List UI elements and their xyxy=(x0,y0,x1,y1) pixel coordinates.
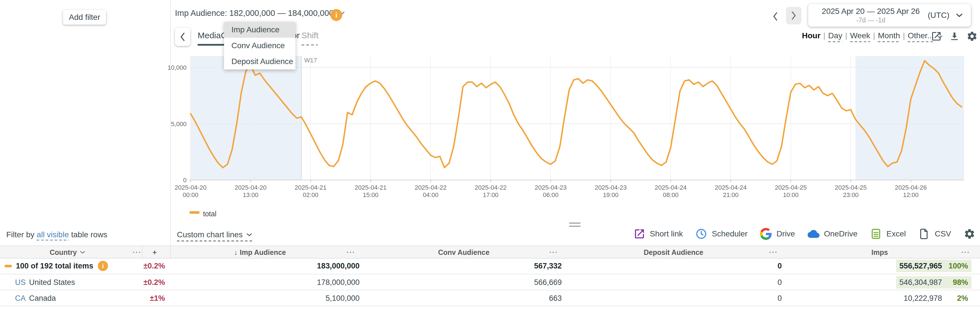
svg-text:2025-04-2306:00: 2025-04-2306:00 xyxy=(535,184,567,198)
all-visible-link[interactable]: all visible xyxy=(37,230,69,241)
imp-audience-header-label: Imp Audience xyxy=(240,248,286,256)
scheduler-label: Scheduler xyxy=(712,229,748,239)
export-toolbar: Short link Scheduler Drive OneDrive Exce… xyxy=(633,228,975,240)
table-row-ca[interactable]: CA Canada ±1% 5,100,000 663 0 10,222,978… xyxy=(0,290,980,306)
imps-value: 10,222,978 xyxy=(904,294,942,303)
imps-column-menu-icon[interactable]: ··· xyxy=(961,246,970,258)
filter-by-rows: Filter by all visible table rows xyxy=(6,230,107,239)
imps-percent: 98% xyxy=(942,278,968,287)
total-line-swatch xyxy=(5,265,12,267)
legend-total-swatch xyxy=(189,211,200,214)
excel-export-button[interactable]: Excel xyxy=(870,228,906,240)
svg-text:2025-04-2102:00: 2025-04-2102:00 xyxy=(294,184,327,198)
metric-dropdown-menu: Imp Audience Conv Audience Deposit Audie… xyxy=(224,22,296,70)
excel-label: Excel xyxy=(886,229,906,239)
imps-cell: 10,222,978 2% xyxy=(900,290,972,306)
imps-percent: 100% xyxy=(942,262,968,271)
svg-text:2025-04-2408:00: 2025-04-2408:00 xyxy=(655,184,687,198)
google-drive-icon xyxy=(760,228,772,240)
column-header-imps[interactable]: Imps xyxy=(872,246,888,258)
svg-text:2025-04-2510:00: 2025-04-2510:00 xyxy=(775,184,807,198)
clock-icon xyxy=(695,228,707,240)
country-cell: CA Canada xyxy=(15,290,56,306)
country-header-label: Country xyxy=(49,248,77,256)
imps-value: 556,527,965 xyxy=(899,262,942,271)
imp-audience-value: 183,000,000 xyxy=(255,258,360,274)
google-drive-button[interactable]: Drive xyxy=(760,228,795,240)
custom-chart-lines-label: Custom chart lines xyxy=(177,230,243,239)
chevron-down-icon xyxy=(246,233,252,237)
csv-export-button[interactable]: CSV xyxy=(918,228,951,240)
onedrive-cloud-icon xyxy=(808,228,819,240)
short-link-label: Short link xyxy=(650,229,683,239)
deposit-column-menu-icon[interactable]: ··· xyxy=(769,246,778,258)
conv-audience-value: 567,332 xyxy=(454,258,562,274)
table-settings-button[interactable] xyxy=(964,228,975,240)
drive-label: Drive xyxy=(776,229,795,239)
column-header-country[interactable]: Country xyxy=(49,246,85,258)
sort-desc-icon: ↓ xyxy=(234,248,238,256)
imps-percent: 2% xyxy=(942,294,968,303)
deposit-audience-value: 0 xyxy=(681,258,782,274)
imp-audience-value: 5,100,000 xyxy=(255,290,360,306)
deposit-audience-value: 0 xyxy=(681,274,782,290)
legend-total-label: total xyxy=(203,210,216,218)
external-link-icon xyxy=(633,228,645,240)
svg-text:2025-04-2013:00: 2025-04-2013:00 xyxy=(234,184,267,198)
svg-text:2025-04-2204:00: 2025-04-2204:00 xyxy=(415,184,447,198)
menu-item-conv-audience[interactable]: Conv Audience xyxy=(224,38,296,54)
filter-by-suffix: table rows xyxy=(71,230,107,239)
imp-audience-value: 178,000,000 xyxy=(255,274,360,290)
svg-text:0: 0 xyxy=(183,177,186,184)
excel-sheet-icon xyxy=(870,228,882,240)
row-divider xyxy=(0,306,980,306)
column-header-deposit-audience[interactable]: Deposit Audience xyxy=(644,246,703,258)
svg-text:2025-04-2319:00: 2025-04-2319:00 xyxy=(595,184,627,198)
table-row-us[interactable]: US United States ±0.2% 178,000,000 566,6… xyxy=(0,274,980,290)
table-row-totals[interactable]: 100 of 192 total items i ±0.2% 183,000,0… xyxy=(0,258,980,274)
onedrive-label: OneDrive xyxy=(824,229,858,239)
column-divider xyxy=(142,246,142,258)
country-code-link[interactable]: CA xyxy=(15,294,26,303)
custom-chart-lines-dropdown[interactable]: Custom chart lines xyxy=(177,230,252,242)
gear-icon xyxy=(964,228,975,240)
column-header-conv-audience[interactable]: Conv Audience xyxy=(438,246,490,258)
conv-column-menu-icon[interactable]: ··· xyxy=(549,246,558,258)
column-divider xyxy=(170,246,171,258)
table-header: Country ··· + ↓ Imp Audience ··· Conv Au… xyxy=(0,245,980,258)
svg-text:2025-04-2115:00: 2025-04-2115:00 xyxy=(355,184,387,198)
onedrive-button[interactable]: OneDrive xyxy=(808,228,858,240)
country-code-link[interactable]: US xyxy=(15,278,26,287)
imps-cell: 546,304,987 98% xyxy=(896,274,972,290)
column-header-imp-audience[interactable]: ↓ Imp Audience xyxy=(234,246,286,258)
imp-column-menu-icon[interactable]: ··· xyxy=(347,246,355,258)
deposit-audience-value: 0 xyxy=(681,290,782,306)
short-link-button[interactable]: Short link xyxy=(633,228,683,240)
chevron-down-icon xyxy=(80,250,85,254)
totals-label: 100 of 192 total items xyxy=(16,262,93,271)
imps-cell: 556,527,965 100% xyxy=(896,258,972,274)
csv-file-icon xyxy=(918,228,930,240)
error-margin: ±0.2% xyxy=(119,258,165,274)
svg-text:2025-04-2523:00: 2025-04-2523:00 xyxy=(835,184,867,198)
totals-cell: 100 of 192 total items i xyxy=(5,258,108,274)
menu-item-deposit-audience[interactable]: Deposit Audience xyxy=(224,54,296,70)
filter-by-prefix: Filter by xyxy=(6,230,35,239)
scheduler-button[interactable]: Scheduler xyxy=(695,228,748,240)
svg-text:2025-04-2421:00: 2025-04-2421:00 xyxy=(715,184,747,198)
totals-info-icon[interactable]: i xyxy=(98,261,108,271)
svg-text:2025-04-2000:00: 2025-04-2000:00 xyxy=(175,184,207,198)
conv-audience-value: 566,669 xyxy=(454,274,562,290)
dashboard: 05,00010,0002025-04-2000:002025-04-2013:… xyxy=(0,0,980,309)
country-column-menu-icon[interactable]: ··· xyxy=(133,246,142,258)
country-name: United States xyxy=(29,278,75,287)
menu-item-imp-audience[interactable]: Imp Audience xyxy=(224,22,296,38)
svg-text:W17: W17 xyxy=(304,57,317,64)
country-name: Canada xyxy=(29,294,56,303)
add-column-button[interactable]: + xyxy=(153,246,157,258)
traffic-line-chart[interactable]: 05,00010,0002025-04-2000:002025-04-2013:… xyxy=(0,0,980,227)
svg-text:2025-04-2612:00: 2025-04-2612:00 xyxy=(895,184,927,198)
conv-audience-value: 663 xyxy=(454,290,562,306)
svg-text:10,000: 10,000 xyxy=(168,64,186,71)
error-margin: ±0.2% xyxy=(119,274,165,290)
